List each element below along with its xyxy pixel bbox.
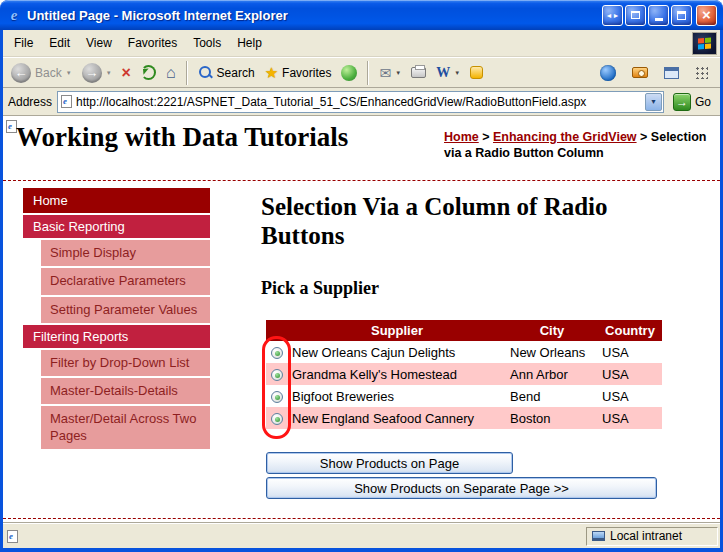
refresh-button[interactable] <box>137 63 160 82</box>
web-capture-button[interactable] <box>596 63 620 83</box>
page-document-icon <box>61 95 72 108</box>
pick-supplier-heading: Pick a Supplier <box>261 278 379 299</box>
region-capture-button[interactable] <box>691 64 712 81</box>
menu-item-file[interactable]: File <box>6 32 41 54</box>
supplier-radio-button[interactable] <box>271 391 283 403</box>
supplier-row: New Orleans Cajun Delights New Orleans U… <box>266 341 662 363</box>
supplier-radio-button[interactable] <box>271 347 283 359</box>
edit-dropdown-icon: ▼ <box>454 70 460 76</box>
breadcrumb-link-home[interactable]: Home <box>444 130 479 144</box>
toolbar-separator <box>186 61 188 85</box>
column-header-supplier: Supplier <box>288 320 506 341</box>
suppliers-gridview: Supplier City Country New Orleans Cajun … <box>266 320 662 429</box>
media-button[interactable] <box>337 63 361 83</box>
menu-item-help[interactable]: Help <box>229 32 270 54</box>
window-box-button[interactable] <box>625 5 646 26</box>
left-right-arrows-button[interactable]: ◄► <box>602 5 623 26</box>
minimize-button[interactable] <box>648 5 669 26</box>
forward-icon: → <box>82 63 102 83</box>
windows-flag-icon <box>698 37 711 49</box>
stop-button[interactable]: × <box>118 63 135 83</box>
city-cell: New Orleans <box>506 341 598 363</box>
country-cell: USA <box>598 341 662 363</box>
sidebar-item-master-detail-across-two-pages[interactable]: Master/Detail Across Two Pages <box>41 406 210 449</box>
sidebar-section-basic-reporting[interactable]: Basic Reporting <box>23 215 210 238</box>
title-bar: e Untitled Page - Microsoft Internet Exp… <box>0 0 723 30</box>
column-header-radio <box>266 320 288 341</box>
media-icon <box>341 65 357 81</box>
go-button[interactable]: → Go <box>669 92 715 112</box>
browser-window: e Untitled Page - Microsoft Internet Exp… <box>0 0 723 552</box>
address-field: ▼ <box>57 91 664 113</box>
favorites-star-icon: ★ <box>265 65 278 80</box>
word-icon: W <box>436 65 450 81</box>
stop-icon: × <box>122 65 131 81</box>
security-zone-pane: Local intranet <box>586 527 718 546</box>
address-dropdown-button[interactable]: ▼ <box>645 93 662 111</box>
menu-item-favorites[interactable]: Favorites <box>120 32 185 54</box>
sidebar-item-filter-by-drop-down-list[interactable]: Filter by Drop-Down List <box>41 350 210 376</box>
minimize-icon <box>655 18 663 21</box>
menu-item-view[interactable]: View <box>78 32 120 54</box>
edit-button[interactable]: W ▼ <box>432 63 464 83</box>
sidebar-item-master-details-details[interactable]: Master-Details-Details <box>41 378 210 404</box>
ie-logo-icon: e <box>6 7 22 23</box>
mail-icon: ✉ <box>379 66 391 80</box>
status-bar: Local intranet <box>3 523 720 548</box>
breadcrumb-link-section[interactable]: Enhancing the GridView <box>493 130 637 144</box>
print-button[interactable] <box>407 65 430 80</box>
messenger-icon <box>470 66 483 79</box>
messenger-button[interactable] <box>466 64 487 81</box>
search-button[interactable]: Search <box>194 63 259 82</box>
search-label: Search <box>217 66 255 80</box>
column-header-country: Country <box>598 320 662 341</box>
dot-grid-icon <box>695 66 708 79</box>
sidebar-item-setting-parameter-values[interactable]: Setting Parameter Values <box>41 297 210 323</box>
forward-button[interactable]: → ▼ <box>78 61 116 85</box>
sidebar-section-filtering-reports[interactable]: Filtering Reports <box>23 325 210 348</box>
header-divider <box>3 180 720 181</box>
supplier-name-cell: Grandma Kelly's Homestead <box>288 363 506 385</box>
close-icon: × <box>702 7 711 22</box>
sidebar-item-simple-display[interactable]: Simple Display <box>41 240 210 266</box>
supplier-radio-button[interactable] <box>271 369 283 381</box>
mail-dropdown-icon: ▼ <box>395 70 401 76</box>
sidebar-item-declarative-parameters[interactable]: Declarative Parameters <box>41 268 210 294</box>
mail-button[interactable]: ✉ ▼ <box>375 64 405 82</box>
print-icon <box>411 67 426 78</box>
status-left-pane <box>7 527 583 546</box>
toolbar-separator <box>367 61 369 85</box>
favorites-button[interactable]: ★ Favorites <box>261 63 336 82</box>
back-dropdown-icon: ▼ <box>66 70 72 76</box>
maximize-button[interactable] <box>671 5 692 26</box>
supplier-radio-button[interactable] <box>271 413 283 425</box>
back-button[interactable]: ← Back ▼ <box>7 61 76 85</box>
window-capture-button[interactable] <box>660 65 683 81</box>
supplier-row: Grandma Kelly's Homestead Ann Arbor USA <box>266 363 662 385</box>
addon-toolbar <box>596 63 716 83</box>
country-cell: USA <box>598 363 662 385</box>
menu-item-edit[interactable]: Edit <box>41 32 78 54</box>
menu-item-tools[interactable]: Tools <box>185 32 229 54</box>
sidebar-navigation: Home Basic Reporting Simple Display Decl… <box>23 188 210 449</box>
page-heading: Selection Via a Column of Radio Buttons <box>261 192 636 250</box>
address-input[interactable] <box>76 95 641 109</box>
close-button[interactable]: × <box>696 5 717 26</box>
city-cell: Bend <box>506 385 598 407</box>
home-button[interactable]: ⌂ <box>162 63 180 83</box>
supplier-row: New England Seafood Cannery Boston USA <box>266 407 662 429</box>
refresh-icon <box>141 65 156 80</box>
window-controls: ◄► × <box>602 5 717 26</box>
globe-icon <box>600 65 616 81</box>
country-cell: USA <box>598 385 662 407</box>
show-products-on-separate-page-button[interactable]: Show Products on Separate Page >> <box>266 477 657 499</box>
window-box-icon <box>631 11 640 19</box>
sidebar-item-home[interactable]: Home <box>23 188 210 213</box>
go-label: Go <box>695 95 711 109</box>
show-products-on-page-button[interactable]: Show Products on Page <box>266 452 513 474</box>
camera-capture-button[interactable] <box>628 65 652 80</box>
window-title: Untitled Page - Microsoft Internet Explo… <box>27 8 597 23</box>
city-cell: Boston <box>506 407 598 429</box>
back-icon: ← <box>11 63 31 83</box>
windows-logo <box>692 32 717 55</box>
